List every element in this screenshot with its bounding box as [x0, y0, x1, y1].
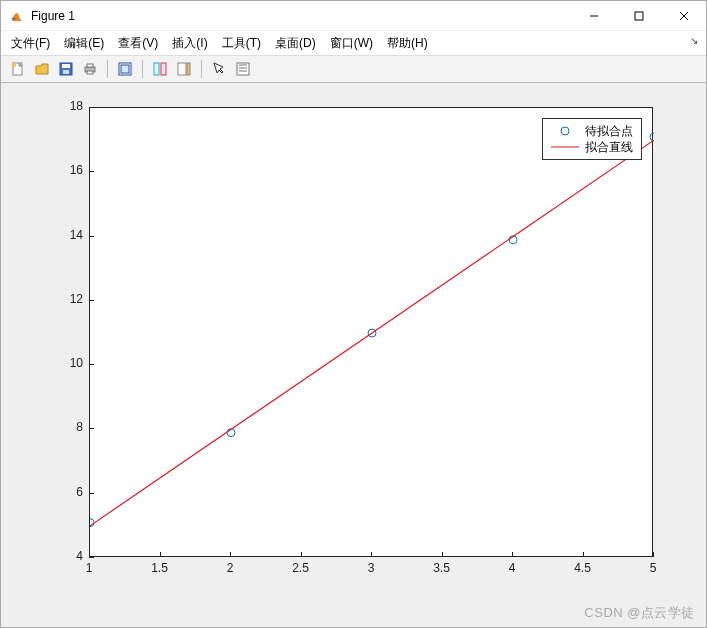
maximize-button[interactable] [616, 1, 661, 31]
menu-insert[interactable]: 插入(I) [172, 35, 207, 52]
menu-window[interactable]: 窗口(W) [330, 35, 373, 52]
svg-rect-16 [161, 63, 166, 75]
svg-rect-14 [121, 65, 129, 73]
menu-desktop[interactable]: 桌面(D) [275, 35, 316, 52]
y-tick-label: 10 [53, 356, 83, 370]
plot-canvas [90, 108, 654, 558]
legend[interactable]: 待拟合点 拟合直线 [542, 118, 642, 160]
toolbar-separator [201, 60, 202, 78]
y-tick-label: 16 [53, 163, 83, 177]
x-tick-mark [301, 552, 302, 557]
y-tick-mark [89, 236, 94, 237]
y-tick-mark [89, 428, 94, 429]
x-tick-label: 1 [74, 561, 104, 575]
data-point [650, 133, 654, 141]
x-tick-mark [160, 552, 161, 557]
x-tick-mark [653, 552, 654, 557]
print-button[interactable] [79, 58, 101, 80]
svg-rect-9 [63, 70, 69, 74]
x-tick-label: 2 [215, 561, 245, 575]
minimize-button[interactable] [571, 1, 616, 31]
pointer-button[interactable] [208, 58, 230, 80]
menu-overflow-icon[interactable]: ↘ [690, 35, 698, 46]
y-tick-mark [89, 364, 94, 365]
svg-point-23 [561, 127, 569, 135]
y-tick-label: 14 [53, 228, 83, 242]
y-tick-label: 8 [53, 420, 83, 434]
save-button[interactable] [55, 58, 77, 80]
menu-edit[interactable]: 编辑(E) [64, 35, 104, 52]
x-tick-mark [583, 552, 584, 557]
y-tick-mark [89, 107, 94, 108]
toolbar [1, 55, 706, 83]
svg-point-6 [12, 63, 16, 67]
x-tick-mark [89, 552, 90, 557]
svg-rect-15 [154, 63, 159, 75]
menu-file[interactable]: 文件(F) [11, 35, 50, 52]
titlebar: Figure 1 [1, 1, 706, 31]
svg-rect-18 [187, 63, 190, 75]
x-tick-label: 4.5 [568, 561, 598, 575]
y-tick-label: 6 [53, 485, 83, 499]
data-cursor-button[interactable] [232, 58, 254, 80]
svg-rect-12 [87, 71, 93, 74]
x-tick-mark [512, 552, 513, 557]
close-button[interactable] [661, 1, 706, 31]
x-tick-mark [230, 552, 231, 557]
menu-tools[interactable]: 工具(T) [222, 35, 261, 52]
x-tick-label: 2.5 [286, 561, 316, 575]
svg-rect-8 [62, 64, 70, 68]
x-tick-label: 1.5 [145, 561, 175, 575]
y-tick-mark [89, 171, 94, 172]
y-tick-label: 18 [53, 99, 83, 113]
legend-label-points: 待拟合点 [585, 123, 633, 139]
fit-line [90, 140, 654, 526]
x-tick-mark [371, 552, 372, 557]
edit-plot-button[interactable] [114, 58, 136, 80]
toolbar-separator [107, 60, 108, 78]
menu-help[interactable]: 帮助(H) [387, 35, 428, 52]
menu-view[interactable]: 查看(V) [118, 35, 158, 52]
x-tick-label: 5 [638, 561, 668, 575]
x-tick-label: 4 [497, 561, 527, 575]
y-tick-label: 12 [53, 292, 83, 306]
new-figure-button[interactable] [7, 58, 29, 80]
svg-rect-2 [635, 12, 643, 20]
axes[interactable]: 待拟合点 拟合直线 [89, 107, 653, 557]
link-plot-button[interactable] [149, 58, 171, 80]
matlab-icon [9, 8, 25, 24]
toolbar-separator [142, 60, 143, 78]
legend-entry-line: 拟合直线 [551, 139, 633, 155]
y-tick-mark [89, 557, 94, 558]
window-title: Figure 1 [31, 9, 75, 23]
x-tick-label: 3 [356, 561, 386, 575]
insert-colorbar-button[interactable] [173, 58, 195, 80]
y-tick-mark [89, 493, 94, 494]
svg-rect-11 [87, 64, 93, 67]
y-tick-mark [89, 300, 94, 301]
legend-entry-points: 待拟合点 [551, 123, 633, 139]
figure-body: 待拟合点 拟合直线 468101214161811.522.533.544.55 [1, 83, 706, 627]
x-tick-label: 3.5 [427, 561, 457, 575]
figure-window: Figure 1 文件(F) 编辑(E) 查看(V) 插入(I) 工具(T) 桌… [0, 0, 707, 628]
legend-label-line: 拟合直线 [585, 139, 633, 155]
open-button[interactable] [31, 58, 53, 80]
menubar: 文件(F) 编辑(E) 查看(V) 插入(I) 工具(T) 桌面(D) 窗口(W… [1, 31, 706, 55]
x-tick-mark [442, 552, 443, 557]
svg-rect-17 [178, 63, 186, 75]
